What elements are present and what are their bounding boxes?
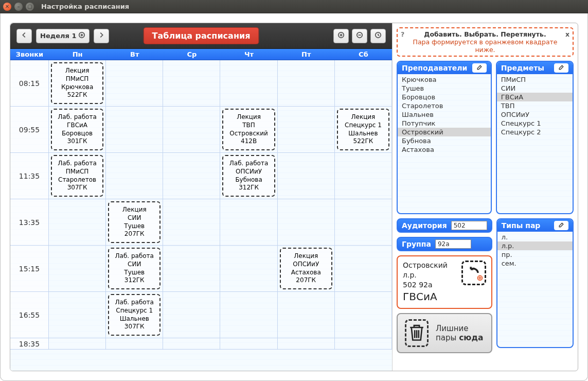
lesson-room: 207ГК: [124, 230, 145, 238]
schedule-cell[interactable]: [335, 199, 392, 245]
list-item[interactable]: Островский: [398, 128, 491, 136]
list-item[interactable]: Боровцов: [398, 93, 491, 101]
list-item[interactable]: Бубнова: [398, 136, 491, 145]
schedule-cell[interactable]: [278, 292, 335, 338]
list-item[interactable]: ПМиСП: [497, 75, 573, 84]
list-item[interactable]: СИИ: [497, 84, 573, 93]
schedule-cell[interactable]: [106, 338, 163, 349]
schedule-row: 11:35Лаб. работаПМиСПСтаролетов307ГКЛаб.…: [10, 153, 392, 199]
schedule-cell[interactable]: ЛекцияСИИТушев207ГК: [106, 199, 163, 245]
list-item[interactable]: Шальнев: [398, 110, 491, 119]
lesson-preview[interactable]: Островский л.р. 502 92а ГВСиА ⊕: [397, 255, 492, 309]
schedule-cell[interactable]: [49, 199, 106, 245]
lesson-card[interactable]: ЛекцияПМиСПКрючкова522ГК: [51, 62, 103, 104]
schedule-cell[interactable]: [335, 60, 392, 106]
schedule-cell[interactable]: [220, 292, 277, 338]
lesson-card[interactable]: Лаб. работаСИИТушев312ГК: [108, 248, 161, 289]
edit-types-button[interactable]: [554, 221, 568, 230]
edit-subjects-button[interactable]: [554, 63, 568, 73]
schedule-cell[interactable]: [220, 60, 277, 106]
schedule-cell[interactable]: [278, 60, 335, 106]
window-close-button[interactable]: ✕: [3, 3, 11, 11]
list-item[interactable]: Старолетов: [398, 101, 491, 110]
schedule-cell[interactable]: [163, 292, 220, 338]
list-item[interactable]: ОПСИиУ: [497, 110, 573, 119]
schedule-cell[interactable]: Лаб. работаСИИТушев312ГК: [106, 246, 163, 291]
schedule-cell[interactable]: [278, 199, 335, 245]
schedule-body[interactable]: 08:15ЛекцияПМиСПКрючкова522ГК09:55Лаб. р…: [10, 60, 392, 371]
list-item[interactable]: Спецкурс 2: [497, 128, 573, 136]
list-item[interactable]: Крючкова: [398, 75, 491, 84]
schedule-cell[interactable]: ЛекцияОПСИиУАстахова207ГК: [278, 246, 335, 291]
types-list[interactable]: л.л.р.пр.сем.: [497, 232, 573, 269]
zoom-in-button[interactable]: [333, 29, 349, 43]
schedule-cell[interactable]: [335, 292, 392, 338]
subjects-list[interactable]: ПМиСПСИИГВСиАТВПОПСИиУСпецкурс 1Спецкурс…: [497, 74, 573, 137]
list-item[interactable]: Астахова: [398, 145, 491, 154]
time-header: Звонки: [10, 50, 49, 58]
list-item[interactable]: л.р.: [497, 241, 573, 250]
schedule-cell[interactable]: [220, 338, 277, 349]
schedule-cell[interactable]: [278, 153, 335, 199]
window-minimize-button[interactable]: –: [14, 3, 23, 11]
prev-week-button[interactable]: [16, 29, 32, 43]
week-selector[interactable]: Неделя 1: [36, 29, 90, 43]
lesson-card[interactable]: ЛекцияСпецкурс 1Шальнев522ГК: [337, 109, 389, 150]
lesson-card[interactable]: Лаб. работаОПСИиУБубнова312ГК: [222, 155, 275, 197]
schedule-cell[interactable]: [163, 338, 220, 349]
schedule-cell[interactable]: [163, 246, 220, 291]
schedule-cell[interactable]: [106, 153, 163, 199]
list-item[interactable]: Спецкурс 1: [497, 119, 573, 128]
clock-button[interactable]: [370, 29, 386, 43]
schedule-cell[interactable]: [335, 338, 392, 349]
schedule-cell[interactable]: [278, 338, 335, 349]
schedule-cell[interactable]: ЛекцияПМиСПКрючкова522ГК: [49, 60, 106, 106]
schedule-cell[interactable]: ЛекцияСпецкурс 1Шальнев522ГК: [335, 107, 392, 152]
list-item[interactable]: сем.: [497, 259, 573, 268]
schedule-cell[interactable]: [49, 292, 106, 338]
zoom-out-button[interactable]: [352, 29, 367, 43]
list-item[interactable]: Потупчик: [398, 119, 491, 128]
schedule-cell[interactable]: [278, 107, 335, 152]
time-cell: 18:35: [10, 338, 49, 349]
lesson-card[interactable]: ЛекцияТВПОстровский412В: [222, 109, 275, 150]
close-hint-button[interactable]: x: [565, 30, 569, 38]
schedule-cell[interactable]: [163, 107, 220, 152]
schedule-cell[interactable]: Лаб. работаОПСИиУБубнова312ГК: [220, 153, 277, 199]
group-input[interactable]: [435, 239, 471, 249]
next-week-button[interactable]: [94, 29, 109, 43]
room-input[interactable]: [451, 221, 487, 230]
list-item[interactable]: Тушев: [398, 84, 491, 93]
list-item[interactable]: л.: [497, 233, 573, 241]
lesson-card[interactable]: ЛекцияСИИТушев207ГК: [108, 201, 161, 243]
day-header: Пн: [49, 50, 106, 58]
schedule-cell[interactable]: [163, 153, 220, 199]
schedule-cell[interactable]: [106, 107, 163, 152]
schedule-cell[interactable]: Лаб. работаСпецкурс 1Шальнев307ГК: [106, 292, 163, 338]
teachers-list[interactable]: КрючковаТушевБоровцовСтаролетовШальневПо…: [398, 74, 491, 155]
schedule-cell[interactable]: [163, 199, 220, 245]
list-item[interactable]: ТВП: [497, 101, 573, 110]
list-item[interactable]: пр.: [497, 250, 573, 259]
edit-teachers-button[interactable]: [472, 63, 487, 73]
lesson-card[interactable]: Лаб. работаПМиСПСтаролетов307ГК: [51, 155, 103, 197]
schedule-cell[interactable]: [49, 338, 106, 349]
schedule-cell[interactable]: [220, 199, 277, 245]
schedule-cell[interactable]: Лаб. работаГВСиАБоровцов301ГК: [49, 107, 106, 152]
lesson-card[interactable]: Лаб. работаГВСиАБоровцов301ГК: [51, 109, 103, 150]
lesson-card[interactable]: Лаб. работаСпецкурс 1Шальнев307ГК: [108, 294, 161, 336]
schedule-cell[interactable]: [220, 246, 277, 291]
schedule-cell[interactable]: [49, 246, 106, 291]
drag-target-icon[interactable]: ⊕: [461, 261, 486, 285]
schedule-cell[interactable]: [335, 246, 392, 291]
lesson-card[interactable]: ЛекцияОПСИиУАстахова207ГК: [280, 248, 332, 289]
schedule-cell[interactable]: Лаб. работаПМиСПСтаролетов307ГК: [49, 153, 106, 199]
schedule-cell[interactable]: [106, 60, 163, 106]
schedule-cell[interactable]: [335, 153, 392, 199]
trash-dropzone[interactable]: Лишние пары сюда: [397, 313, 492, 353]
schedule-cell[interactable]: [163, 60, 220, 106]
schedule-cell[interactable]: ЛекцияТВПОстровский412В: [220, 107, 277, 152]
list-item[interactable]: ГВСиА: [497, 93, 573, 101]
window-maximize-button[interactable]: ▢: [26, 3, 34, 11]
help-icon[interactable]: ?: [401, 30, 404, 38]
